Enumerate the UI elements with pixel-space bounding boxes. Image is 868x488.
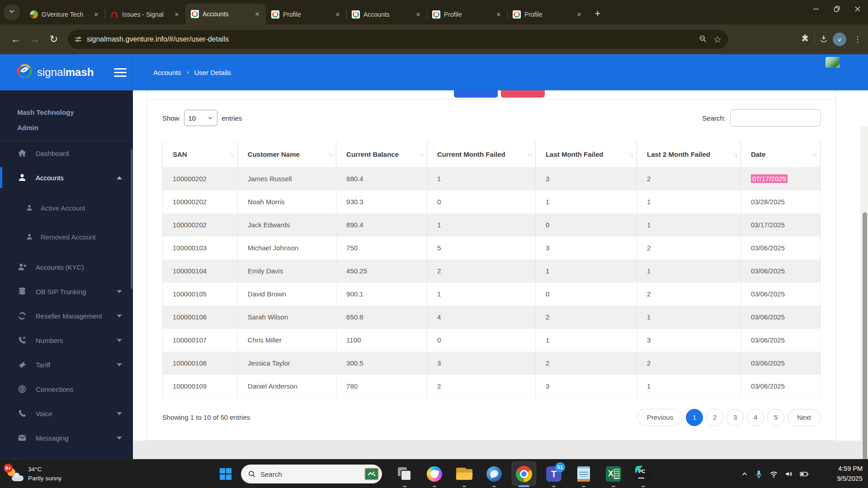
tab-close-icon[interactable] xyxy=(334,10,342,19)
breadcrumb: Accounts › User Details xyxy=(153,69,231,76)
browser-tab-issues-signal[interactable]: Issues - Signal xyxy=(105,5,185,24)
tab-close-icon[interactable] xyxy=(253,10,261,18)
browser-tab-gventure-tech[interactable]: GVenture Tech xyxy=(24,5,105,24)
taskbar-app-notepad[interactable] xyxy=(569,460,599,488)
sort-arrows-icon[interactable]: ↑↓ xyxy=(733,151,737,158)
page-scrollbar-thumb[interactable] xyxy=(863,212,867,459)
taskbar-app-excel[interactable]: X xyxy=(599,460,628,488)
browser-menu-icon[interactable]: ⋮ xyxy=(851,34,864,44)
tab-close-icon[interactable] xyxy=(173,10,181,19)
microphone-icon[interactable] xyxy=(755,470,763,479)
browser-tab-accounts[interactable]: Accounts xyxy=(185,4,266,24)
tab-search-button[interactable] xyxy=(4,4,20,20)
entries-select[interactable]: 10 xyxy=(184,110,217,126)
column-header-customer-name[interactable]: Customer Name↑↓ xyxy=(237,141,336,167)
forward-button[interactable]: → xyxy=(25,30,44,49)
taskbar-app-pycharm[interactable]: PC xyxy=(628,460,658,488)
pagination-page-1[interactable]: 1 xyxy=(686,409,703,426)
window-close-button[interactable] xyxy=(847,0,868,18)
taskbar-app-teams[interactable]: T51 xyxy=(539,460,569,488)
tab-close-icon[interactable] xyxy=(575,10,583,19)
pagination-previous-button[interactable]: Previous xyxy=(637,409,683,426)
sidebar-item-a2p-campaigns[interactable]: A2P Campaigns xyxy=(0,450,133,459)
sidebar-item-accounts-kyc-[interactable]: Accounts (KYC) xyxy=(0,255,133,279)
header-corner-image[interactable] xyxy=(826,57,840,68)
sidebar-item-messaging[interactable]: Messaging xyxy=(0,426,133,450)
taskbar-search-box[interactable]: Search xyxy=(241,465,382,483)
browser-tab-profile[interactable]: Profile xyxy=(427,5,507,24)
weather-widget[interactable]: 9+ 34°C Partly sunny xyxy=(6,460,61,488)
browser-tab-accounts[interactable]: Accounts xyxy=(346,5,427,24)
column-header-last-month-failed[interactable]: Last Month Failed↑↓ xyxy=(535,141,637,167)
browser-tab-profile[interactable]: Profile xyxy=(266,5,346,24)
window-minimize-button[interactable] xyxy=(806,0,826,18)
column-header-san[interactable]: SAN↑↓ xyxy=(163,141,238,167)
pagination-page-4[interactable]: 4 xyxy=(747,409,764,426)
volume-icon[interactable] xyxy=(784,469,793,479)
pagination-page-2[interactable]: 2 xyxy=(706,409,723,426)
tab-close-icon[interactable] xyxy=(414,10,422,19)
primary-action-button[interactable] xyxy=(454,90,498,98)
tab-close-icon[interactable] xyxy=(495,10,503,19)
sidebar-item-accounts[interactable]: Accounts xyxy=(0,165,133,190)
sidebar-item-numbers[interactable]: Numbers xyxy=(0,328,133,352)
column-header-last-2-month-failed[interactable]: Last 2 Month Failed↑↓ xyxy=(637,141,741,167)
sort-arrows-icon[interactable]: ↑↓ xyxy=(812,151,816,158)
hamburger-menu-icon[interactable] xyxy=(114,68,127,77)
sort-arrows-icon[interactable]: ↑↓ xyxy=(528,151,532,158)
battery-icon[interactable] xyxy=(799,469,809,479)
back-button[interactable]: ← xyxy=(6,30,25,49)
column-header-current-month-failed[interactable]: Current Month Failed↑↓ xyxy=(427,141,535,167)
sidebar-item-voice[interactable]: Voice xyxy=(0,401,133,426)
sidebar-item-tariff[interactable]: Tariff xyxy=(0,352,133,377)
browser-profile-avatar[interactable]: v xyxy=(833,33,846,46)
sidebar-item-label: OB SIP Trunking xyxy=(36,288,117,296)
zoom-indicator-icon[interactable] xyxy=(698,34,707,45)
taskbar-app-chrome[interactable] xyxy=(509,460,539,488)
browser-tab-profile[interactable]: Profile xyxy=(507,5,588,24)
sidebar-item-reseller-management[interactable]: Reseller Management xyxy=(0,304,133,328)
pagination-page-3[interactable]: 3 xyxy=(726,409,744,426)
danger-action-button[interactable] xyxy=(501,90,545,98)
taskbar-app-thunderbird[interactable] xyxy=(479,460,509,488)
window-restore-button[interactable] xyxy=(826,0,847,18)
taskbar-app-file-explorer[interactable] xyxy=(449,460,479,488)
pagination-next-button[interactable]: Next xyxy=(788,409,821,426)
wifi-icon[interactable] xyxy=(769,469,778,479)
sidebar-item-ob-sip-trunking[interactable]: OB SIP Trunking xyxy=(0,279,133,304)
tray-chevron-up-icon[interactable] xyxy=(741,470,749,478)
start-button[interactable] xyxy=(217,465,234,483)
sidebar-item-connections[interactable]: Connections xyxy=(0,377,133,401)
column-header-date[interactable]: Date↑↓ xyxy=(741,141,820,167)
sort-arrows-icon[interactable]: ↑↓ xyxy=(328,151,332,158)
sort-arrows-icon[interactable]: ↑↓ xyxy=(230,151,234,158)
caret-down-icon xyxy=(117,290,122,293)
pagination-page-5[interactable]: 5 xyxy=(767,409,784,426)
sort-arrows-icon[interactable]: ↑↓ xyxy=(629,151,633,158)
search-input[interactable] xyxy=(730,109,821,127)
copilot-icon xyxy=(427,466,442,482)
page-scrollbar[interactable] xyxy=(861,127,868,459)
taskbar-app-task-view[interactable] xyxy=(390,460,420,488)
chevron-down-icon xyxy=(9,8,15,16)
new-tab-button[interactable]: + xyxy=(590,6,605,21)
sidebar-item-dashboard[interactable]: Dashboard xyxy=(0,141,133,165)
url-text[interactable]: signalmash.gventure.info/#/user/user-det… xyxy=(87,35,698,43)
sidebar-item-active-account[interactable]: Active Account xyxy=(0,193,133,222)
column-header-current-balance[interactable]: Current Balance↑↓ xyxy=(336,141,427,167)
extensions-icon[interactable] xyxy=(801,34,810,45)
breadcrumb-accounts-link[interactable]: Accounts xyxy=(153,69,181,76)
sidebar-scrollbar[interactable] xyxy=(131,149,132,289)
tab-close-icon[interactable] xyxy=(92,10,100,19)
bookmark-star-icon[interactable]: ☆ xyxy=(713,35,722,44)
cell-last-2-month-failed: 1 xyxy=(637,305,741,328)
site-info-icon[interactable] xyxy=(74,35,82,43)
taskbar-clock[interactable]: 4:59 PM 9/5/2025 xyxy=(837,460,863,488)
taskbar-app-copilot[interactable] xyxy=(420,460,449,488)
address-bar[interactable]: signalmash.gventure.info/#/user/user-det… xyxy=(68,30,728,49)
sort-arrows-icon[interactable]: ↑↓ xyxy=(419,151,423,158)
downloads-icon[interactable] xyxy=(819,34,828,45)
cell-date: 03/06/2025 xyxy=(741,328,820,352)
reload-button[interactable]: ↻ xyxy=(44,30,63,49)
sidebar-item-removed-account[interactable]: Removed Account xyxy=(0,222,133,251)
